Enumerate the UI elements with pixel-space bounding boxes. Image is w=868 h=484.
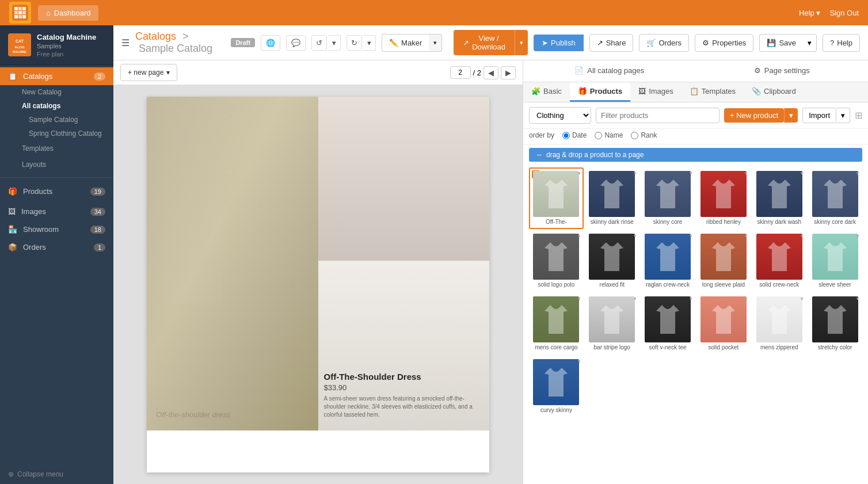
canvas-scroll[interactable]: Off-the-shoulder dress [113, 85, 523, 484]
orders-button[interactable]: 🛒 Orders [639, 34, 689, 52]
product-card[interactable]: ▾stretchy color [808, 293, 862, 355]
sub-tab-basic[interactable]: 🧩 Basic [523, 82, 570, 102]
product-card[interactable]: ▾soft v-neck tee [641, 293, 695, 355]
product-dropdown[interactable]: ▾ [690, 170, 692, 176]
sidebar-item-images[interactable]: 🖼 Images 34 [0, 203, 113, 220]
product-dropdown[interactable]: ▾ [801, 296, 804, 302]
sub-tab-templates[interactable]: 📋 Templates [682, 82, 744, 102]
product-card[interactable]: ▾solid pocket [696, 293, 751, 355]
product-dropdown[interactable]: ▾ [856, 170, 859, 176]
save-dropdown[interactable]: ▾ [803, 34, 817, 52]
product-dropdown[interactable]: ▾ [690, 296, 692, 302]
sidebar-sub-all-catalogs[interactable]: All catalogs [0, 99, 113, 113]
product-card[interactable]: ▾mens core cargo [529, 293, 584, 355]
view-download-dropdown[interactable]: ▾ [515, 30, 528, 55]
product-dropdown[interactable]: ▾ [578, 296, 581, 302]
product-name: raglan crew-neck [644, 281, 692, 288]
properties-button[interactable]: ⚙ Properties [695, 34, 753, 52]
svg-rect-9 [22, 15, 26, 18]
images-tab-label: Images [649, 87, 673, 96]
sub-tab-images[interactable]: 🖼 Images [630, 82, 682, 102]
redo-button[interactable]: ↻ [347, 35, 362, 51]
breadcrumb-parent[interactable]: Catalogs [135, 31, 176, 42]
product-card[interactable]: ▾skinny dark wash [752, 167, 806, 229]
product-dropdown[interactable]: ▾ [856, 233, 859, 239]
sidebar-sub-new-catalog[interactable]: New Catalog [0, 85, 113, 99]
undo-button[interactable]: ↺ [311, 35, 327, 51]
product-dropdown[interactable]: ▾ [856, 296, 859, 302]
product-card[interactable]: ▾skinny core [641, 167, 695, 229]
dashboard-button[interactable]: ⌂ Dashboard [38, 5, 98, 21]
maker-dropdown[interactable]: ▾ [429, 34, 442, 52]
signout-link[interactable]: Sign Out [829, 9, 859, 17]
sidebar-templates-link[interactable]: Templates [0, 140, 113, 157]
sidebar-item-catalogs[interactable]: 📋 Catalogs 2 [0, 67, 113, 85]
product-dropdown[interactable]: ▾ [690, 233, 692, 239]
product-card[interactable]: ▾sleeve sheer [808, 230, 862, 292]
redo-dropdown[interactable]: ▾ [363, 35, 376, 51]
order-by-rank-radio[interactable] [631, 132, 638, 139]
new-product-dropdown[interactable]: ▾ [784, 108, 798, 123]
page-prev-button[interactable]: ◀ [484, 66, 498, 79]
sidebar-item-showroom[interactable]: 🏪 Showroom 18 [0, 220, 113, 238]
help-button[interactable]: ? Help [823, 34, 860, 52]
product-dropdown[interactable]: ▾ [801, 233, 804, 239]
product-dropdown[interactable]: ▾ [634, 296, 637, 302]
tab-all-catalog-pages[interactable]: 📄 All catalog pages [523, 60, 696, 82]
product-card[interactable]: ▾solid logo polo [529, 230, 584, 292]
publish-button[interactable]: ➤ Publish [534, 35, 584, 51]
product-card[interactable]: ▾skinny dark rinse [585, 167, 639, 229]
product-dropdown[interactable]: ▾ [745, 296, 748, 302]
collapse-menu[interactable]: ⊕ Collapse menu [0, 464, 113, 484]
order-by-date-label[interactable]: Date [562, 131, 587, 139]
product-dropdown[interactable]: ▾ [634, 170, 637, 176]
product-card[interactable]: ▾solid crew-neck [752, 230, 806, 292]
product-card[interactable]: ▾mens zippered [752, 293, 806, 355]
page-input[interactable] [450, 66, 471, 79]
globe-button[interactable]: 🌐 [261, 35, 280, 51]
sidebar-sub-sample-catalog[interactable]: Sample Catalog [0, 113, 113, 127]
sidebar-layouts-link[interactable]: Layouts [0, 157, 113, 173]
view-download-button[interactable]: ↗ View / Download [454, 30, 515, 55]
product-dropdown[interactable]: ▾ [801, 170, 804, 176]
page-next-button[interactable]: ▶ [501, 66, 516, 79]
product-card[interactable]: ▾bar stripe logo [585, 293, 639, 355]
product-dropdown[interactable]: ▾ [578, 359, 581, 364]
sidebar-sub-spring-catalog[interactable]: Spring Clothing Catalog [0, 127, 113, 140]
product-card[interactable]: ▾relaxed fit [585, 230, 639, 292]
undo-dropdown[interactable]: ▾ [328, 35, 341, 51]
product-dropdown[interactable]: ▾ [745, 170, 748, 176]
product-card[interactable]: ▾curvy skinny [529, 356, 584, 417]
order-by-name-radio[interactable] [595, 132, 602, 139]
product-card[interactable]: ▾raglan crew-neck [641, 230, 695, 292]
import-button[interactable]: Import [802, 108, 836, 123]
product-dropdown[interactable]: ▾ [578, 233, 581, 239]
sidebar-item-orders[interactable]: 📦 Orders 1 [0, 238, 113, 256]
share-button[interactable]: ↗ Share [589, 34, 634, 52]
order-by-name-label[interactable]: Name [595, 131, 623, 139]
save-button[interactable]: 💾 Save [759, 34, 803, 52]
new-product-button[interactable]: + New product [724, 108, 784, 123]
help-link[interactable]: Help ▾ [799, 9, 820, 17]
order-by-date-radio[interactable] [562, 132, 570, 139]
product-dropdown[interactable]: ▾ [634, 233, 637, 239]
hamburger-icon[interactable]: ☰ [121, 37, 130, 48]
sub-tab-clipboard[interactable]: 📎 Clipboard [744, 82, 804, 102]
products-search-input[interactable] [596, 108, 719, 123]
product-dropdown[interactable]: ▾ [578, 170, 581, 176]
sidebar-item-products[interactable]: 🎁 Products 19 [0, 182, 113, 200]
sub-tab-products[interactable]: 🎁 Products [570, 82, 630, 102]
grid-view-button[interactable]: ⊞ [855, 110, 862, 121]
product-card[interactable]: ▾ribbed henley [696, 167, 751, 229]
product-dropdown[interactable]: ▾ [745, 233, 748, 239]
product-card[interactable]: ▾skinny core dark [808, 167, 862, 229]
product-card[interactable]: ▾long sleeve plaid [696, 230, 751, 292]
product-card[interactable]: ✓▾Off-The- [529, 167, 584, 229]
tab-page-settings[interactable]: ⚙ Page settings [696, 60, 869, 82]
new-page-button[interactable]: + new page ▾ [120, 64, 177, 81]
comment-button[interactable]: 💬 [286, 35, 306, 51]
category-select[interactable]: Clothing All Products [529, 107, 591, 124]
order-by-rank-label[interactable]: Rank [631, 131, 657, 139]
maker-button[interactable]: ✏️ Maker [382, 34, 429, 52]
import-dropdown[interactable]: ▾ [836, 108, 850, 123]
